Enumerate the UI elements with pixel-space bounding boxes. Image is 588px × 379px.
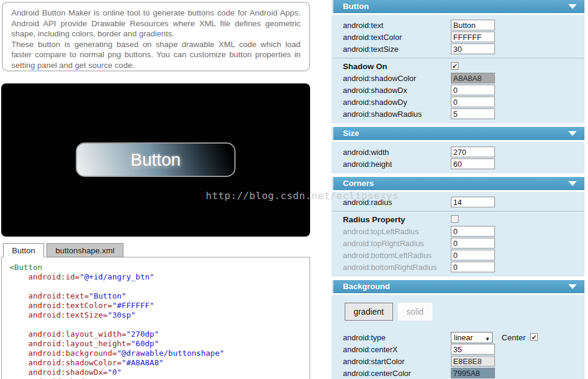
code-line: android:layout_width="270dp"	[10, 330, 310, 339]
android-startcolor-input[interactable]	[451, 356, 495, 366]
section-header-corners[interactable]: Corners	[332, 177, 584, 190]
property-label: android:centerColor	[343, 369, 411, 378]
code-line: <Button	[10, 263, 310, 272]
code-line: android:shadowDx="0"	[10, 368, 310, 377]
property-row: android:centerColor	[332, 368, 584, 379]
android-bottomrightradius-input[interactable]	[451, 262, 495, 272]
gradient-toggle-button[interactable]: gradient	[345, 303, 393, 321]
android-shadowradius-input[interactable]	[451, 108, 495, 119]
android-radius-input[interactable]	[451, 197, 495, 207]
section-title: Button	[343, 2, 369, 11]
code-line	[10, 320, 310, 330]
property-row: android:text	[332, 20, 584, 32]
property-row: android:width	[332, 147, 584, 159]
property-label: android:bottomRightRadius	[343, 263, 437, 272]
preview-canvas: Button	[1, 83, 310, 237]
tab-buttonshape-xml[interactable]: buttonshape.xml	[47, 243, 123, 257]
property-label: android:text	[343, 21, 383, 30]
android-button-maker-page: Android Button Maker is online tool to g…	[0, 0, 588, 379]
section-header-button[interactable]: Button	[332, 0, 584, 13]
property-row: android:startColor	[332, 356, 584, 368]
property-label: android:topLeftRadius	[343, 227, 419, 236]
android-height-input[interactable]	[451, 159, 495, 169]
property-label: android:bottomLeftRadius	[343, 251, 432, 260]
property-label: Shadow On	[343, 62, 387, 71]
property-row: android:centerX	[332, 344, 584, 356]
android-shadowdy-input[interactable]	[451, 97, 495, 107]
android-shadowdx-input[interactable]	[451, 85, 495, 95]
code-line: android:textSize="30sp"	[10, 310, 310, 320]
chevron-down-icon[interactable]	[568, 131, 577, 136]
property-label: android:type	[343, 333, 386, 342]
android-topleftradius-input[interactable]	[451, 226, 495, 237]
section-title: Background	[343, 282, 390, 291]
code-panel: <Button android:id="@+id/angry_btn" andr…	[1, 257, 310, 379]
center-label: Center	[502, 333, 526, 342]
property-label: android:textColor	[343, 33, 402, 42]
solid-toggle-button[interactable]: solid	[398, 303, 433, 321]
android-toprightradius-input[interactable]	[451, 238, 495, 248]
background-mode-toggle: gradientsolid	[332, 300, 584, 321]
section-body: gradientsolidandroid:typelinear▼Center✔a…	[332, 295, 584, 379]
shadow-on-checkbox[interactable]: ✔	[451, 62, 459, 70]
intro-paragraph-1: Android Button Maker is online tool to g…	[11, 8, 301, 39]
android-textsize-input[interactable]	[451, 44, 495, 54]
settings-panel: Buttonandroid:textandroid:textColorandro…	[332, 0, 584, 379]
property-label: android:shadowColor	[343, 74, 416, 83]
chevron-down-icon[interactable]	[568, 4, 577, 9]
section-header-background[interactable]: Background	[332, 280, 584, 293]
code-line: android:textColor="#FFFFFF"	[10, 301, 310, 310]
property-row: android:shadowDy	[332, 97, 584, 108]
section-title: Corners	[343, 179, 374, 188]
chevron-down-icon[interactable]	[568, 284, 577, 289]
code-line: android:background="@drawable/buttonshap…	[10, 349, 310, 358]
property-row: android:typelinear▼Center✔	[332, 332, 584, 344]
preview-button[interactable]: Button	[76, 142, 236, 177]
android-centercolor-input[interactable]	[451, 368, 495, 378]
section-body: android:textandroid:textColorandroid:tex…	[332, 15, 584, 123]
property-row: android:shadowColor	[332, 73, 584, 85]
property-row: android:textColor	[332, 32, 584, 44]
property-label: android:topRightRadius	[343, 239, 424, 248]
intro-panel: Android Button Maker is online tool to g…	[2, 2, 310, 72]
code-line: android:text="Button"	[10, 291, 310, 301]
section-body: android:radiusRadius Propertyandroid:top…	[332, 192, 584, 277]
android-textcolor-input[interactable]	[451, 32, 495, 42]
property-label: android:shadowDx	[343, 86, 407, 95]
property-label: android:shadowRadius	[343, 110, 422, 119]
property-label: android:width	[343, 148, 389, 157]
preview-button-label: Button	[131, 150, 181, 169]
property-row: android:shadowDx	[332, 85, 584, 97]
property-label: android:shadowDy	[343, 98, 407, 107]
android-centerx-input[interactable]	[451, 344, 495, 355]
android-text-input[interactable]	[451, 20, 495, 30]
section-header-size[interactable]: Size	[332, 127, 584, 140]
property-label: android:textSize	[343, 45, 398, 54]
property-row: Radius Property	[332, 214, 584, 226]
radius-property-checkbox[interactable]	[451, 215, 459, 223]
divider	[332, 58, 584, 58]
android-type-select[interactable]: linear▼	[451, 332, 493, 343]
property-row: android:shadowRadius	[332, 108, 584, 120]
property-label: android:centerX	[343, 345, 398, 354]
code-tabs: Buttonbuttonshape.xml	[3, 243, 126, 257]
code-line: android:id="@+id/angry_btn"	[10, 272, 310, 282]
code-line	[10, 282, 310, 291]
section-body: android:widthandroid:height	[332, 142, 584, 173]
tab-button[interactable]: Button	[3, 243, 44, 257]
code-line: android:shadowColor="#A8A8A8"	[10, 358, 310, 368]
property-label: android:height	[343, 160, 392, 169]
property-row: android:textSize	[332, 44, 584, 55]
property-row: Shadow On✔	[332, 61, 584, 73]
center-checkbox[interactable]: ✔	[530, 333, 538, 341]
property-label: Radius Property	[343, 215, 405, 224]
property-row: android:bottomLeftRadius	[332, 250, 584, 262]
chevron-down-icon[interactable]	[568, 181, 577, 186]
android-bottomleftradius-input[interactable]	[451, 250, 495, 260]
android-shadowcolor-input[interactable]	[451, 73, 495, 83]
property-label: android:startColor	[343, 357, 404, 366]
watermark: http://blog.csdn.net/eclipsexys	[206, 190, 398, 201]
property-row: android:topRightRadius	[332, 238, 584, 250]
android-width-input[interactable]	[451, 147, 495, 157]
intro-paragraph-2: These button is generating based on shap…	[11, 39, 301, 71]
